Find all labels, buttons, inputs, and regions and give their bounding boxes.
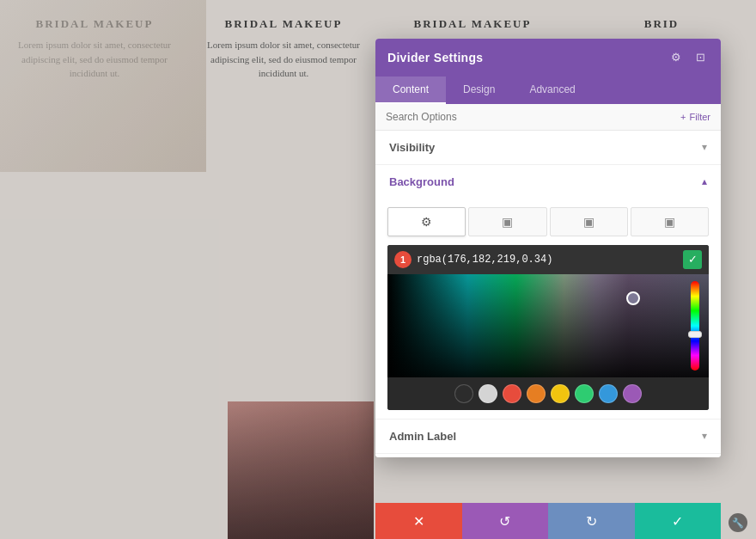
bg-type-video[interactable]: ▣ [631,207,709,236]
bg-type-row: ⚙ ▣ ▣ ▣ [387,207,709,236]
admin-label-chevron-icon: ▾ [702,430,707,443]
hue-slider-track [691,281,699,371]
color-picker-area: 1 ✓ [387,245,709,410]
hue-slider-area[interactable] [688,281,702,371]
color-input-row: 1 ✓ [387,245,709,274]
background-title: Background [389,175,454,188]
swatch-black[interactable] [454,384,473,403]
image-icon: ▣ [583,215,594,230]
solid-color-icon: ⚙ [421,215,432,230]
visibility-section-header[interactable]: Visibility ▾ [375,131,721,165]
video-icon: ▣ [664,215,675,230]
panel-header: Divider Settings ⚙ ⊡ [375,39,721,77]
background-section-body: ⚙ ▣ ▣ ▣ 1 ✓ [375,199,721,420]
tab-design[interactable]: Design [446,77,512,104]
settings-icon[interactable]: ⚙ [668,49,685,66]
color-confirm-button[interactable]: ✓ [683,250,702,269]
swatch-white[interactable] [479,384,497,403]
swatch-green[interactable] [575,384,594,403]
filter-plus-icon: + [680,112,686,122]
cancel-button[interactable]: ✕ [375,503,462,539]
bg-type-gradient[interactable]: ▣ [468,207,546,236]
color-hex-input[interactable] [417,254,678,266]
tab-content[interactable]: Content [375,77,446,104]
background-chevron-icon: ▴ [702,175,707,188]
color-swatches [387,377,709,410]
color-gradient-canvas[interactable] [387,274,709,377]
panel-body: Visibility ▾ Background ▴ ⚙ ▣ ▣ [375,131,721,457]
background-section-header[interactable]: Background ▴ [375,165,721,199]
action-bar: ✕ ↺ ↻ ✓ [375,503,721,539]
reset-button[interactable]: ↺ [462,503,549,539]
panel-tabs: Content Design Advanced [375,77,721,104]
gradient-icon: ▣ [502,215,513,230]
color-picker-dot[interactable] [626,291,640,305]
swatch-red[interactable] [503,384,521,403]
visibility-title: Visibility [389,141,435,154]
confirm-button[interactable]: ✓ [635,503,722,539]
filter-button[interactable]: + Filter [680,112,710,122]
search-bar: + Filter [375,104,721,131]
panel-header-icons: ⚙ ⊡ [668,49,709,66]
step-badge: 1 [394,251,412,268]
admin-label-title: Admin Label [389,430,456,443]
swatch-orange[interactable] [527,384,546,403]
swatch-yellow[interactable] [551,384,570,403]
bottom-right-icon[interactable]: 🔧 [729,513,747,532]
swatch-purple[interactable] [623,384,642,403]
admin-label-section-header[interactable]: Admin Label ▾ [375,420,721,454]
confirm-icon: ✓ [672,513,683,530]
tab-advanced[interactable]: Advanced [512,77,592,104]
panel-title: Divider Settings [387,51,483,64]
swatch-blue[interactable] [599,384,618,403]
cancel-icon: ✕ [413,513,424,530]
search-input[interactable] [386,111,680,123]
settings-panel: Divider Settings ⚙ ⊡ Content Design Adva… [375,39,721,457]
redo-button[interactable]: ↻ [548,503,635,539]
bg-type-image[interactable]: ▣ [550,207,628,236]
redo-icon: ↻ [586,513,597,530]
bg-type-solid[interactable]: ⚙ [387,207,466,236]
help-row[interactable]: ❓ Help [375,454,721,457]
filter-label: Filter [690,112,710,122]
reset-icon: ↺ [499,513,510,530]
visibility-chevron-icon: ▾ [702,141,707,154]
hue-slider-thumb[interactable] [688,331,702,338]
close-icon[interactable]: ⊡ [692,49,709,66]
